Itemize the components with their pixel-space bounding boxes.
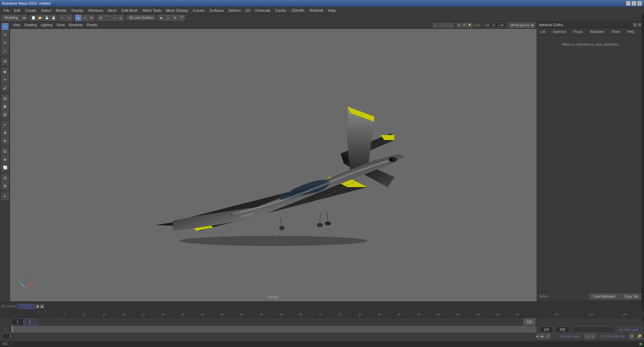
select-mode-btn[interactable]: ◈ bbox=[75, 15, 81, 21]
range-start-input[interactable] bbox=[12, 318, 23, 325]
vp-menu-shading[interactable]: Shading bbox=[23, 23, 39, 27]
menu-select[interactable]: Select bbox=[39, 8, 53, 13]
menu-create[interactable]: Create bbox=[23, 8, 38, 13]
vp-menu-renderer[interactable]: Renderer bbox=[67, 23, 85, 27]
char-set-btn[interactable]: ⚙ bbox=[629, 334, 635, 339]
attr-tab-attributes[interactable]: Attributes bbox=[588, 30, 606, 34]
snap-point-btn[interactable]: ⊹ bbox=[111, 15, 117, 21]
no-anim-layer-tag[interactable]: No Anim Layer bbox=[556, 334, 582, 339]
next-key-btn[interactable]: ⏭ bbox=[539, 334, 545, 339]
timeline-main-track[interactable] bbox=[12, 318, 537, 341]
window-controls[interactable]: ─ □ ✕ bbox=[626, 1, 642, 6]
menu-file[interactable]: File bbox=[1, 8, 11, 13]
snap-curve-btn[interactable]: ⌒ bbox=[104, 15, 110, 21]
current-frame-input[interactable] bbox=[24, 318, 36, 325]
new-file-btn[interactable]: 📄 bbox=[30, 15, 36, 21]
attr-scrollbar[interactable] bbox=[641, 14, 644, 321]
hypershade-btn[interactable]: ◈ bbox=[1, 156, 9, 163]
channel-box-btn[interactable]: ≡ bbox=[1, 121, 9, 128]
lasso-select-btn[interactable]: ⊙ bbox=[82, 15, 88, 21]
snap-view-btn[interactable]: ◎ bbox=[118, 15, 124, 21]
scale-tool-btn[interactable]: ⤢ bbox=[1, 47, 9, 54]
menu-edit[interactable]: Edit bbox=[12, 8, 22, 13]
layer-btn-3[interactable]: ▨ bbox=[1, 111, 9, 118]
more-tools-btn[interactable]: ▾ bbox=[1, 192, 9, 200]
timeline-track-bg[interactable] bbox=[12, 326, 537, 333]
select-tool-btn[interactable]: ↖ bbox=[1, 23, 9, 30]
ipr-render-btn[interactable]: ▷ bbox=[165, 15, 171, 21]
paint-select-btn[interactable]: ⊕ bbox=[89, 15, 95, 21]
vp-display-2[interactable]: ▫ bbox=[438, 23, 443, 28]
graph-editor-btn[interactable]: 📈 bbox=[1, 164, 9, 171]
colorspace-select[interactable]: sRGB gamma Linear bbox=[509, 23, 535, 28]
menu-3dtall[interactable]: -3DtoAll- bbox=[289, 8, 307, 13]
attr-editor-btn[interactable]: ≣ bbox=[1, 129, 9, 136]
misc-btn-2[interactable]: ⊠ bbox=[1, 182, 9, 189]
anim-layer-next-btn[interactable]: ▷ bbox=[590, 334, 596, 339]
outliner-btn[interactable]: ☰ bbox=[1, 147, 9, 155]
move-tool-btn[interactable]: ✛ bbox=[1, 31, 9, 38]
sculpt-btn[interactable]: ✏ bbox=[1, 76, 9, 83]
menu-curves[interactable]: Curves bbox=[191, 8, 207, 13]
vp-menu-show[interactable]: Show bbox=[55, 23, 66, 27]
mode-dropdown[interactable]: Modeling Rigging Animation FX Rendering bbox=[1, 15, 27, 21]
redo-btn[interactable]: ↪ bbox=[66, 15, 72, 21]
display-layer-btn[interactable]: ▤ bbox=[1, 94, 9, 102]
menu-modify[interactable]: Modify bbox=[54, 8, 68, 13]
soft-mod-btn[interactable]: ◉ bbox=[1, 68, 9, 75]
render-btn[interactable]: ▶ bbox=[158, 15, 164, 21]
max-frame-input[interactable] bbox=[540, 327, 553, 333]
menu-mesh-tools[interactable]: Mesh Tools bbox=[141, 8, 163, 13]
close-btn[interactable]: ✕ bbox=[637, 1, 642, 6]
menu-deform[interactable]: Deform bbox=[227, 8, 243, 13]
layer-btn-2[interactable]: ▦ bbox=[1, 102, 9, 110]
rotate-tool-btn[interactable]: ↻ bbox=[1, 39, 9, 46]
autokey-btn[interactable]: 🔑 bbox=[637, 334, 642, 339]
vp-camera-btn[interactable]: 📷 bbox=[462, 23, 467, 28]
open-file-btn[interactable]: 📂 bbox=[37, 15, 43, 21]
no-live-surface-btn[interactable]: No Live Surface bbox=[127, 15, 155, 20]
vp-menu-view[interactable]: View bbox=[11, 23, 22, 27]
attr-tab-list[interactable]: List bbox=[538, 30, 548, 34]
playhead[interactable] bbox=[12, 326, 12, 333]
loop-btn-2[interactable]: ↺ bbox=[545, 334, 551, 339]
end-frame-input[interactable] bbox=[556, 327, 569, 333]
vp-light-btn[interactable]: 💡 bbox=[467, 23, 472, 28]
menu-display[interactable]: Display bbox=[69, 8, 86, 13]
undo-btn[interactable]: ↩ bbox=[59, 15, 65, 21]
attr-tab-focus[interactable]: Focus bbox=[571, 30, 584, 34]
vp-display-4[interactable]: ▪ bbox=[449, 23, 454, 28]
menu-redshift[interactable]: Redshift bbox=[308, 8, 325, 13]
gamma-input[interactable] bbox=[496, 23, 506, 28]
render-view-btn[interactable]: 🎬 bbox=[179, 15, 185, 21]
vp-display-3[interactable]: □ bbox=[444, 23, 448, 28]
show-manip-btn[interactable]: ⊞ bbox=[1, 57, 9, 65]
attr-tab-selected[interactable]: Selected bbox=[551, 30, 568, 34]
menu-cache[interactable]: Cache bbox=[273, 8, 288, 13]
no-character-set-btn[interactable]: No Character Set bbox=[598, 334, 627, 339]
vp-display-1[interactable]: ▪ bbox=[433, 23, 438, 28]
render-settings-btn[interactable]: ⚙ bbox=[172, 15, 178, 21]
snap-grid-btn[interactable]: ⊞ bbox=[98, 15, 104, 21]
exposure-input[interactable] bbox=[482, 23, 492, 28]
attr-tab-show[interactable]: Show bbox=[609, 30, 622, 34]
minimize-btn[interactable]: ─ bbox=[626, 1, 631, 6]
vp-grid-btn[interactable]: ⊞ bbox=[457, 23, 461, 28]
anim-layer-prev-btn[interactable]: ◁ bbox=[584, 334, 590, 339]
vp-menu-panels[interactable]: Panels bbox=[85, 23, 99, 27]
save-file-btn[interactable]: 💾 bbox=[44, 15, 50, 21]
menu-mesh[interactable]: Mesh bbox=[106, 8, 119, 13]
range-end-display[interactable] bbox=[524, 318, 535, 325]
paint-btn[interactable]: 🖌 bbox=[1, 84, 9, 91]
turtle-tag[interactable]: TURTLE bbox=[18, 304, 34, 309]
no-anim-layer-btn[interactable]: No Anim Layer bbox=[617, 327, 641, 332]
menu-surfaces[interactable]: Surfaces bbox=[207, 8, 226, 13]
menu-uv[interactable]: UV bbox=[243, 8, 252, 13]
prev-frame-arrow[interactable]: ◀ bbox=[35, 304, 39, 308]
vp-menu-lighting[interactable]: Lighting bbox=[39, 23, 54, 27]
misc-btn-1[interactable]: ⊟ bbox=[1, 174, 9, 181]
attr-tab-help[interactable]: Help bbox=[625, 30, 636, 34]
menu-generate[interactable]: Generate bbox=[253, 8, 273, 13]
menu-windows[interactable]: Windows bbox=[86, 8, 105, 13]
menu-mesh-display[interactable]: Mesh Display bbox=[164, 8, 190, 13]
